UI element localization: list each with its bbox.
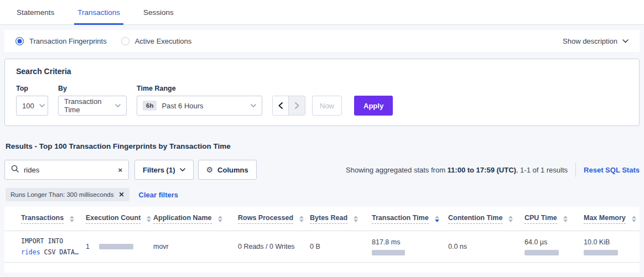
tab-sessions[interactable]: Sessions	[143, 0, 174, 24]
column-header-max-memory[interactable]: Max Memory	[584, 214, 636, 224]
execution-count-bar	[99, 244, 133, 249]
tab-bar: Statements Transactions Sessions	[0, 0, 644, 25]
view-toggle-bar: Transaction Fingerprints Active Executio…	[4, 30, 640, 52]
chevron-down-icon	[39, 104, 45, 107]
tab-statements[interactable]: Statements	[17, 0, 54, 24]
chevron-down-icon	[180, 168, 185, 171]
sort-icon-active-desc	[435, 216, 439, 222]
sort-icon	[354, 216, 358, 222]
cpu-time-cell: 64.0 µs	[524, 238, 584, 255]
search-criteria-title: Search Criteria	[16, 67, 628, 76]
cpu-time-bar	[524, 250, 559, 255]
by-field: By Transaction Time	[58, 85, 127, 116]
clear-filters-link[interactable]: Clear filters	[139, 191, 179, 199]
sort-icon	[70, 216, 74, 222]
filter-tag: Runs Longer Than: 300 milliseconds ✕	[6, 188, 129, 201]
radio-active-executions[interactable]: Active Executions	[121, 37, 192, 45]
transaction-keyword: rides	[21, 248, 40, 256]
top-field: Top 100	[16, 85, 48, 116]
time-range-label: Time Range	[137, 85, 262, 92]
execution-count-cell: 1	[86, 243, 153, 250]
active-filters-row: Runs Longer Than: 300 milliseconds ✕ Cle…	[6, 188, 644, 201]
filters-button[interactable]: Filters (1)	[134, 160, 194, 180]
chevron-down-icon	[115, 104, 121, 107]
search-criteria-card: Search Criteria Top 100 By Transaction T…	[4, 59, 640, 126]
stats-time-range: 11:00 to 17:59 (UTC)	[448, 166, 516, 174]
search-icon	[11, 165, 19, 175]
column-header-cpu-time[interactable]: CPU Time	[524, 214, 584, 224]
max-memory-bar	[584, 250, 618, 255]
rows-processed-cell: 0 Reads / 0 Writes	[238, 243, 310, 250]
filters-button-label: Filters (1)	[143, 166, 175, 174]
toolbar-divider	[575, 163, 576, 177]
radio-transaction-fingerprints[interactable]: Transaction Fingerprints	[15, 37, 107, 45]
top-select-value: 100	[22, 102, 34, 110]
contention-time-cell: 0.0 ns	[448, 243, 524, 250]
columns-button-label: Columns	[217, 166, 248, 174]
results-toolbar: × Filters (1) ⚙ Columns Showing aggregat…	[4, 160, 640, 180]
gear-icon: ⚙	[206, 166, 214, 174]
time-range-field: Time Range 6h Past 6 Hours	[137, 85, 262, 116]
chevron-right-icon	[295, 102, 299, 109]
radio-selected-icon	[15, 37, 24, 45]
search-box: ×	[4, 160, 129, 180]
radio-label: Transaction Fingerprints	[29, 37, 107, 45]
by-select[interactable]: Transaction Time	[58, 96, 127, 116]
top-label: Top	[16, 85, 48, 92]
time-range-select[interactable]: 6h Past 6 Hours	[137, 96, 262, 116]
top-select[interactable]: 100	[16, 96, 48, 116]
columns-button[interactable]: ⚙ Columns	[198, 160, 257, 180]
search-criteria-controls: Top 100 By Transaction Time Ti	[16, 85, 628, 116]
sort-icon	[508, 216, 513, 222]
column-header-execution-count[interactable]: Execution Count	[86, 214, 153, 224]
filter-tag-label: Runs Longer Than: 300 milliseconds	[11, 191, 113, 198]
remove-filter-icon[interactable]: ✕	[118, 191, 124, 198]
transaction-time-cell: 817.8 ms	[372, 238, 448, 255]
radio-unselected-icon	[121, 37, 129, 45]
search-input[interactable]	[24, 166, 113, 174]
radio-label: Active Executions	[135, 37, 192, 45]
bytes-read-cell: 0 B	[310, 243, 372, 250]
now-button[interactable]: Now	[312, 96, 342, 116]
by-select-value: Transaction Time	[64, 97, 110, 114]
max-memory-cell: 10.0 KiB	[584, 238, 623, 255]
column-header-contention-time[interactable]: Contention Time	[448, 214, 524, 224]
column-header-transaction-time[interactable]: Transaction Time	[372, 214, 448, 224]
tab-transactions[interactable]: Transactions	[77, 0, 120, 24]
chevron-left-icon	[278, 102, 283, 109]
results-table: Transactions Execution Count Application…	[4, 207, 640, 273]
chevron-down-icon	[251, 104, 256, 107]
show-description-toggle[interactable]: Show description	[563, 37, 629, 45]
sort-icon	[632, 216, 636, 222]
time-next-button[interactable]	[289, 96, 305, 115]
time-window-arrows	[272, 96, 305, 116]
sort-icon	[299, 216, 304, 222]
by-label: By	[58, 85, 127, 92]
sort-icon	[218, 216, 222, 222]
reset-sql-stats-link[interactable]: Reset SQL Stats	[584, 166, 640, 174]
transaction-time-bar	[372, 250, 405, 255]
results-heading: Results - Top 100 Transaction Fingerprin…	[6, 142, 644, 150]
column-header-rows-processed[interactable]: Rows Processed	[238, 214, 310, 224]
time-prev-button[interactable]	[273, 96, 289, 115]
clear-search-icon[interactable]: ×	[118, 166, 122, 174]
application-name-cell: movr	[153, 243, 238, 250]
sort-icon	[563, 216, 568, 222]
time-range-badge: 6h	[143, 101, 157, 111]
chevron-down-icon	[622, 39, 629, 43]
table-header-row: Transactions Execution Count Application…	[4, 207, 640, 231]
page: Statements Transactions Sessions Transac…	[0, 0, 644, 273]
sort-icon	[147, 216, 151, 222]
column-header-application-name[interactable]: Application Name	[153, 214, 238, 224]
aggregated-stats-text: Showing aggregated stats from 11:00 to 1…	[346, 166, 568, 174]
apply-button[interactable]: Apply	[354, 96, 393, 116]
time-range-value: Past 6 Hours	[162, 102, 203, 110]
show-description-label: Show description	[563, 37, 617, 45]
table-row: IMPORT INTO rides CSV DATA… 1 movr 0 Rea…	[4, 231, 640, 263]
column-header-bytes-read[interactable]: Bytes Read	[310, 214, 372, 224]
column-header-transactions[interactable]: Transactions	[21, 214, 86, 224]
transaction-fingerprint-link[interactable]: IMPORT INTO rides CSV DATA…	[21, 236, 86, 258]
